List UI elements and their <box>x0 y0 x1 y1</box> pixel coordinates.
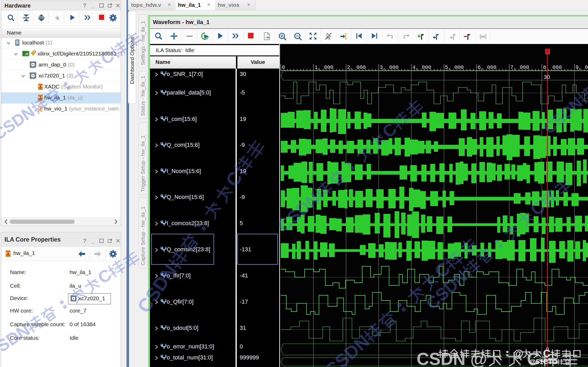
svg-text:1, 000: 1, 000 <box>315 64 333 70</box>
svg-text:3, 000: 3, 000 <box>380 64 399 70</box>
svg-text:2, 000: 2, 000 <box>347 64 366 70</box>
svg-text:30: 30 <box>544 74 550 80</box>
svg-text:8, 000: 8, 000 <box>543 64 562 70</box>
svg-text:5, 000: 5, 000 <box>445 64 464 70</box>
svg-text:0: 0 <box>282 64 285 70</box>
svg-text:4, 000: 4, 000 <box>412 64 431 70</box>
svg-text:@51CTO: @51CTO <box>529 359 558 366</box>
svg-text:9, 000: 9, 000 <box>575 64 588 70</box>
svg-text:CSDN @: CSDN @ <box>417 351 487 367</box>
svg-text:6, 000: 6, 000 <box>478 64 496 70</box>
svg-text:7, 000: 7, 000 <box>510 64 529 70</box>
svg-text:T: T <box>546 49 549 54</box>
